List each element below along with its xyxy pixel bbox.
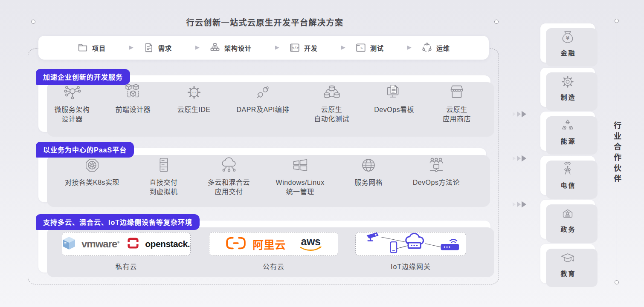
svg-text:</>: </> [292,46,299,50]
openstack-mark-icon [127,237,139,251]
arrow-right-icon [115,45,134,50]
industry-label: 能源 [559,136,576,145]
ops-cycle-icon [421,42,432,53]
env-label: IoT边缘网关 [355,261,466,271]
alibaba-cloud-logo: 阿里云 [252,236,286,252]
industry-card-government: 政务 [540,200,595,239]
arrow-right-icon [327,45,346,50]
feature-label: 到虚拟机 [150,187,178,197]
feature-label: 前端设计器 [116,105,151,115]
feature-label: DAPR及API编排 [236,105,289,115]
industry-card-telecom: 电信 [540,156,595,195]
env-label: 私有云 [62,261,191,271]
industry-card-energy: 能源 [540,112,595,151]
gear-code-icon: {··} [184,83,204,102]
line-end-dot [615,19,619,23]
windows-logo-icon [290,155,310,175]
feature-microservice-designer: 微服务架构设计器 [54,83,90,124]
feature-app-store: 云原生应用商店 [438,83,475,124]
feature-k8s: 对接各类K8s实现 [65,155,119,187]
svg-text:{··}: {··} [189,90,198,95]
line-end-dot [615,280,619,284]
private-cloud-group: vmware® openstack. 私有云 [62,232,191,271]
feature-multicloud-delivery: 多云和混合云应用交付 [208,155,250,197]
svg-text:¥: ¥ [566,35,569,41]
industry-card-education: 教育 [540,244,595,283]
arrow-right-icon [261,45,280,50]
flow-chevrons-icon [512,201,528,210]
server-rack-icon [154,155,174,175]
aws-logo: aws [300,236,322,252]
industry-card-manufacturing: 制造 [540,68,595,107]
terminal-icon: >_ [355,42,366,53]
feature-label: Windows/Linux [276,178,325,187]
arrow-right-icon [393,45,412,50]
section-badge: 加速企业创新的开发服务 [36,69,130,85]
page-title: 行云创新一站式云原生开发平台解决方案 [186,16,344,28]
feature-label: 云原生IDE [177,105,211,115]
alibaba-cloud-mark-icon [225,236,247,252]
feature-autotest: ··· 云原生自动化测试 [313,83,350,124]
team-network-icon [426,155,446,175]
header-line-left [35,22,178,22]
flow-chevrons-icon [512,155,528,164]
globe-grid-icon [359,155,378,175]
code-window-icon: </> [289,42,300,53]
graduation-cap-icon [559,250,576,267]
feature-label: 云原生 [314,105,349,115]
feature-dapr-api: DAPR及API编排 [236,83,289,115]
header-line-right [352,22,495,22]
feature-label: 应用交付 [208,187,250,197]
line-end-dot [494,20,499,24]
iot-devices-icon [359,231,463,257]
public-cloud-box: 阿里云 aws [209,232,338,256]
money-bag-icon: ¥ [559,29,576,46]
section-badge: 支持多云、混合云、IoT边缘侧设备等复杂环境 [36,214,200,230]
industry-card-finance: ¥ 金融 [540,23,595,63]
document-icon [143,42,154,53]
feature-label: 统一管理 [276,187,325,197]
feature-label: 微服务架构 [55,105,90,115]
industry-label: 教育 [559,269,576,278]
flow-chevrons-icon [512,110,528,120]
feature-label: 直接交付 [150,178,178,187]
workflow-step-develop: </> 开发 [289,42,318,53]
antenna-icon [559,161,576,178]
workflow-step-architecture: 架构设计 [209,42,252,53]
workflow-step-requirements: 需求 [143,42,172,53]
env-label: 公有云 [209,261,338,271]
feature-label: 对接各类K8s实现 [65,178,119,187]
cloud-nodes-icon [219,155,239,175]
axis-line-bottom [617,187,617,281]
section-dev-services: 加速企业创新的开发服务 微服务架构设计器 前端设计器 {··} 云原生IDE [38,75,490,132]
svg-text:>_: >_ [360,46,365,50]
recycle-icon [559,117,576,134]
industry-label: 政务 [559,224,576,233]
feature-cloudnative-ide: {··} 云原生IDE [176,83,212,115]
feature-service-mesh: 服务网格 [350,155,387,187]
feature-label: 云原生 [443,105,471,115]
feature-win-linux: Windows/Linux统一管理 [276,155,325,197]
feature-label: 应用商店 [443,115,471,124]
section-paas-platform: 以业务为中心的PaaS平台 对接各类K8s实现 直接交付到虚拟机 多云和混合云应… [38,148,486,202]
workflow-step-test: >_ 测试 [355,42,384,53]
section-environments: 支持多云、混合云、IoT边缘侧设备等复杂环境 vmware® openstack… [38,221,490,273]
feature-vm-delivery: 直接交付到虚拟机 [145,155,182,197]
feature-label: 自动化测试 [314,115,349,124]
monitor-document-icon [384,83,404,102]
industry-partners-axis: 行业合作伙伴 [612,19,622,284]
sitemap-icon [209,42,220,53]
feature-label: DevOps看板 [374,105,414,115]
industry-partners-title: 行业合作伙伴 [611,121,622,185]
microservice-architecture-icon [62,83,82,102]
section-badge: 以业务为中心的PaaS平台 [36,142,134,158]
feature-label: 多云和混合云 [208,178,250,187]
private-cloud-box: vmware® openstack. [62,232,191,256]
industry-label: 金融 [559,48,576,57]
solution-diagram-page: 行云创新一站式云原生开发平台解决方案 项目 需求 架构设计 [0,0,644,307]
svg-text:···: ··· [329,90,334,94]
folder-icon [77,42,88,53]
cubes-icon [123,83,143,102]
arrow-right-icon [181,45,200,50]
iot-gateway-box [355,232,466,256]
